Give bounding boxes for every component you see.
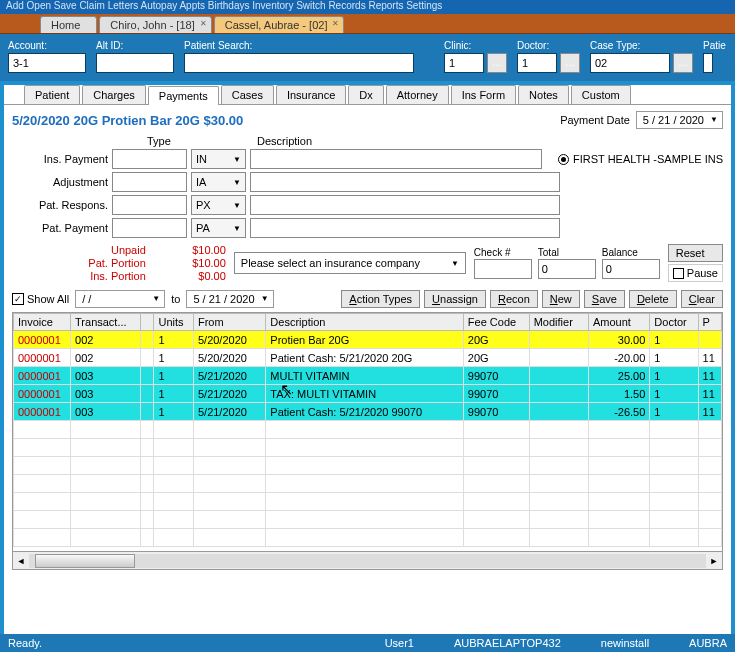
pause-checkbox[interactable]: [673, 268, 684, 279]
inspayment-type-select[interactable]: IN: [191, 149, 246, 169]
cell: -26.50: [588, 403, 649, 421]
tab-home[interactable]: Home: [40, 16, 97, 33]
search-bar: Account: Alt ID: Patient Search: Clinic:…: [0, 34, 735, 81]
unassign-button[interactable]: Unassign: [424, 290, 486, 308]
insurance-company-select[interactable]: Please select an insurance company: [234, 252, 466, 274]
adjustment-amount-input[interactable]: [112, 172, 187, 192]
payment-date-picker[interactable]: 5 / 21 / 2020: [636, 111, 723, 129]
table-row[interactable]: 000000100215/20/2020Protien Bar 20G20G30…: [14, 331, 722, 349]
total-label: Total: [538, 247, 596, 258]
col-header[interactable]: Modifier: [529, 314, 588, 331]
col-header[interactable]: Amount: [588, 314, 649, 331]
cell: 0000001: [14, 331, 71, 349]
patpayment-desc-input[interactable]: [250, 218, 560, 238]
close-icon[interactable]: ✕: [200, 19, 207, 28]
cell: 0000001: [14, 403, 71, 421]
cell: 5/21/2020: [193, 385, 265, 403]
table-row[interactable]: 000000100315/21/2020TAX: MULTI VITAMIN99…: [14, 385, 722, 403]
cell: 1: [154, 349, 193, 367]
tab-patient[interactable]: Patient: [24, 85, 80, 104]
date-value: 5 / 21 / 2020: [193, 293, 254, 305]
tab-custom[interactable]: Custom: [571, 85, 631, 104]
casetype-input[interactable]: [590, 53, 670, 73]
scroll-right-icon[interactable]: ►: [706, 556, 722, 566]
scroll-thumb[interactable]: [35, 554, 135, 568]
table-row[interactable]: 000000100215/20/2020Patient Cash: 5/21/2…: [14, 349, 722, 367]
cell: 1: [154, 331, 193, 349]
cell: 99070: [463, 367, 529, 385]
account-input[interactable]: [8, 53, 86, 73]
col-header[interactable]: From: [193, 314, 265, 331]
tab-cases[interactable]: Cases: [221, 85, 274, 104]
tab-insurance[interactable]: Insurance: [276, 85, 346, 104]
col-header[interactable]: Fee Code: [463, 314, 529, 331]
patpayment-amount-input[interactable]: [112, 218, 187, 238]
clinic-lookup-button[interactable]: ...: [487, 53, 507, 73]
col-header[interactable]: Invoice: [14, 314, 71, 331]
tab-patient-1[interactable]: Chiro, John - [18]✕: [99, 16, 211, 33]
doctor-input[interactable]: [517, 53, 557, 73]
save-button[interactable]: Save: [584, 290, 625, 308]
clinic-input[interactable]: [444, 53, 484, 73]
cell: [141, 403, 154, 421]
total-input[interactable]: [538, 259, 596, 279]
adjustment-desc-input[interactable]: [250, 172, 560, 192]
patient-search-input[interactable]: [184, 53, 414, 73]
patient-cut-label: Patie: [703, 40, 726, 51]
check-input[interactable]: [474, 259, 532, 279]
cell: 30.00: [588, 331, 649, 349]
cell: 1: [154, 367, 193, 385]
col-header[interactable]: Description: [266, 314, 463, 331]
col-header[interactable]: Transact...: [71, 314, 141, 331]
casetype-lookup-button[interactable]: ...: [673, 53, 693, 73]
inspayment-desc-input[interactable]: [250, 149, 542, 169]
payments-panel: 5/20/2020 20G Protien Bar 20G $30.00 Pay…: [4, 105, 731, 652]
adjustment-type-select[interactable]: IA: [191, 172, 246, 192]
grid-hscrollbar[interactable]: ◄ ►: [12, 552, 723, 570]
patrespons-desc-input[interactable]: [250, 195, 560, 215]
inspayment-amount-input[interactable]: [112, 149, 187, 169]
balance-input[interactable]: [602, 259, 660, 279]
tab-attorney[interactable]: Attorney: [386, 85, 449, 104]
cell: 003: [71, 367, 141, 385]
tab-insform[interactable]: Ins Form: [451, 85, 516, 104]
tab-label: Custom: [582, 89, 620, 101]
insurance-radio[interactable]: FIRST HEALTH -SAMPLE INS: [558, 153, 723, 165]
payment-date-label: Payment Date: [560, 114, 630, 126]
clear-button[interactable]: Clear: [681, 290, 723, 308]
patrespons-type-select[interactable]: PX: [191, 195, 246, 215]
tab-notes[interactable]: Notes: [518, 85, 569, 104]
cell: 5/21/2020: [193, 367, 265, 385]
patrespons-amount-input[interactable]: [112, 195, 187, 215]
new-button[interactable]: New: [542, 290, 580, 308]
date-from-picker[interactable]: / /: [75, 290, 165, 308]
cell: [141, 349, 154, 367]
col-header[interactable]: [141, 314, 154, 331]
table-row[interactable]: 000000100315/21/2020MULTI VITAMIN9907025…: [14, 367, 722, 385]
cell: 1.50: [588, 385, 649, 403]
patpayment-type-select[interactable]: PA: [191, 218, 246, 238]
transactions-grid[interactable]: InvoiceTransact...UnitsFromDescriptionFe…: [12, 312, 723, 552]
altid-input[interactable]: [96, 53, 174, 73]
col-header[interactable]: Units: [154, 314, 193, 331]
cell: Patient Cash: 5/21/2020 99070: [266, 403, 463, 421]
close-icon[interactable]: ✕: [332, 19, 339, 28]
unpaid-value: $10.00: [166, 244, 226, 256]
showall-checkbox[interactable]: ✓Show All: [12, 293, 69, 305]
action-types-button[interactable]: Action Types: [341, 290, 420, 308]
tab-payments[interactable]: Payments: [148, 86, 219, 105]
table-row[interactable]: 000000100315/21/2020Patient Cash: 5/21/2…: [14, 403, 722, 421]
recon-button[interactable]: Recon: [490, 290, 538, 308]
reset-button[interactable]: Reset: [668, 244, 723, 262]
tab-dx[interactable]: Dx: [348, 85, 383, 104]
delete-button[interactable]: Delete: [629, 290, 677, 308]
col-header[interactable]: Doctor: [650, 314, 698, 331]
doctor-lookup-button[interactable]: ...: [560, 53, 580, 73]
status-db: newinstall: [601, 637, 649, 649]
date-to-picker[interactable]: 5 / 21 / 2020: [186, 290, 273, 308]
tab-charges[interactable]: Charges: [82, 85, 146, 104]
scroll-left-icon[interactable]: ◄: [13, 556, 29, 566]
tab-patient-2[interactable]: Cassel, Aubrae - [02]✕: [214, 16, 345, 33]
menu-bar: Add Open Save Claim Letters Autopay Appt…: [0, 0, 735, 14]
col-header[interactable]: P: [698, 314, 721, 331]
